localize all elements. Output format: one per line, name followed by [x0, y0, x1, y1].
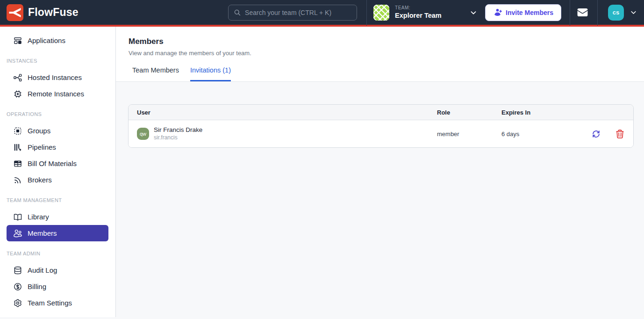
- sidebar: Applications INSTANCES Hosted Instances …: [0, 27, 116, 317]
- navbar-divider: [366, 0, 367, 26]
- page-header: Members View and manage the members of y…: [116, 27, 644, 82]
- resend-invite-icon: [591, 129, 601, 139]
- groups-icon: [13, 126, 22, 136]
- team-selector[interactable]: TEAM: Explorer Team: [373, 5, 478, 21]
- sidebar-item-label: Team Settings: [28, 299, 72, 307]
- sidebar-section-team-admin: TEAM ADMIN: [0, 251, 115, 256]
- sidebar-section-instances: INSTANCES: [0, 58, 115, 64]
- tabs: Team Members Invitations (1): [129, 66, 644, 81]
- sidebar-item-billing[interactable]: Billing: [7, 278, 108, 295]
- sidebar-item-bill-of-materials[interactable]: Bill Of Materials: [7, 155, 108, 172]
- applications-icon: [13, 36, 22, 45]
- tab-panel-invitations: User Role Expires In qw Sir Francis Drak…: [116, 82, 644, 317]
- delete-invite-icon: [615, 129, 625, 139]
- tab-team-members[interactable]: Team Members: [132, 66, 179, 81]
- sidebar-item-brokers[interactable]: Brokers: [7, 172, 108, 188]
- sidebar-item-pipelines[interactable]: Pipelines: [7, 139, 108, 155]
- sidebar-item-label: Library: [28, 213, 49, 221]
- audit-log-icon: [13, 266, 22, 275]
- navbar-divider: [570, 0, 570, 26]
- envelope-icon: [577, 7, 588, 18]
- notifications-button[interactable]: [577, 7, 588, 18]
- team-name: Explorer Team: [395, 11, 469, 20]
- bill-of-materials-icon: [13, 159, 22, 168]
- member-avatar-initials: qw: [140, 131, 146, 137]
- page-title: Members: [129, 37, 644, 46]
- invite-members-label: Invite Members: [506, 9, 553, 16]
- sidebar-item-label: Members: [28, 229, 57, 237]
- members-icon: [13, 229, 22, 238]
- brand-title: FlowFuse: [28, 6, 79, 19]
- invitations-table: User Role Expires In qw Sir Francis Drak…: [128, 104, 634, 148]
- member-role: member: [437, 130, 501, 138]
- brokers-icon: [13, 175, 22, 185]
- member-name: Sir Francis Drake: [154, 126, 202, 134]
- user-plus-icon: [493, 8, 502, 17]
- team-avatar: [373, 5, 389, 21]
- member-username: sir.francis: [154, 134, 202, 141]
- brand-home-link[interactable]: FlowFuse: [7, 4, 79, 21]
- search-icon: [233, 8, 241, 16]
- sidebar-item-label: Audit Log: [28, 266, 57, 274]
- flowfuse-logo-icon: [7, 4, 23, 21]
- sidebar-item-label: Brokers: [28, 176, 52, 184]
- sidebar-item-applications[interactable]: Applications: [7, 32, 108, 49]
- user-avatar[interactable]: cs: [608, 5, 624, 21]
- top-navbar: FlowFuse TEAM: Explorer Team Invite: [0, 0, 644, 27]
- main-content: Members View and manage the members of y…: [116, 27, 644, 317]
- sidebar-item-label: Groups: [28, 127, 50, 135]
- sidebar-item-label: Hosted Instances: [28, 73, 82, 81]
- user-menu-chevron-down-icon[interactable]: [630, 8, 637, 16]
- sidebar-item-remote-instances[interactable]: Remote Instances: [7, 86, 108, 102]
- delete-invite-button[interactable]: [615, 129, 625, 139]
- hosted-instances-icon: [13, 73, 22, 82]
- team-search: [228, 5, 357, 21]
- sidebar-item-label: Applications: [28, 36, 65, 44]
- table-header-row: User Role Expires In: [129, 105, 633, 120]
- column-header-expires-in: Expires In: [501, 109, 571, 116]
- sidebar-item-library[interactable]: Library: [7, 209, 108, 225]
- sidebar-item-groups[interactable]: Groups: [7, 123, 108, 139]
- resend-invite-button[interactable]: [591, 129, 601, 139]
- invite-expires-in: 6 days: [501, 130, 571, 138]
- sidebar-item-audit-log[interactable]: Audit Log: [7, 262, 108, 278]
- sidebar-section-team-management: TEAM MANAGEMENT: [0, 197, 115, 203]
- library-icon: [13, 212, 22, 222]
- navbar-divider: [597, 0, 598, 26]
- remote-instances-icon: [13, 89, 22, 99]
- sidebar-item-label: Billing: [28, 283, 46, 290]
- sidebar-item-hosted-instances[interactable]: Hosted Instances: [7, 69, 108, 86]
- invite-members-button[interactable]: Invite Members: [485, 4, 561, 21]
- member-avatar: qw: [137, 128, 149, 140]
- sidebar-section-operations: OPERATIONS: [0, 111, 115, 117]
- tab-invitations[interactable]: Invitations (1): [190, 66, 231, 81]
- pipelines-icon: [13, 143, 22, 152]
- billing-icon: [13, 282, 22, 291]
- search-input[interactable]: [245, 9, 352, 16]
- team-label: TEAM:: [395, 5, 469, 11]
- sidebar-item-label: Bill Of Materials: [28, 160, 77, 167]
- table-row: qw Sir Francis Drake sir.francis member …: [129, 120, 633, 147]
- column-header-user: User: [137, 109, 437, 116]
- page-subtitle: View and manage the members of your team…: [129, 50, 644, 57]
- sidebar-item-label: Remote Instances: [28, 90, 84, 98]
- sidebar-item-team-settings[interactable]: Team Settings: [7, 295, 108, 311]
- column-header-role: Role: [437, 109, 501, 116]
- sidebar-item-label: Pipelines: [28, 143, 56, 151]
- team-settings-icon: [13, 298, 22, 308]
- sidebar-item-members[interactable]: Members: [7, 225, 108, 241]
- user-avatar-initials: cs: [613, 9, 619, 16]
- chevron-down-icon: [469, 8, 478, 17]
